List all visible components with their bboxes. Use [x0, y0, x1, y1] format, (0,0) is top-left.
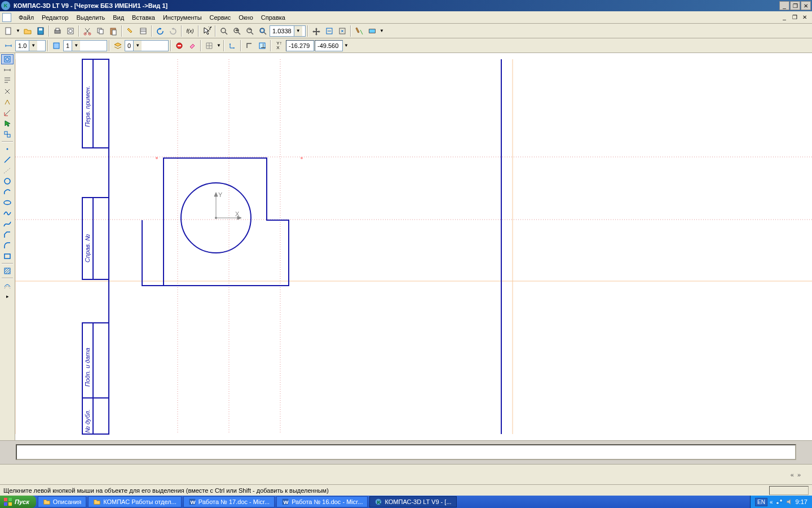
menu-help[interactable]: Справка [257, 13, 289, 22]
ortho-button[interactable] [243, 40, 255, 52]
redo-button[interactable] [167, 25, 179, 37]
refresh-button[interactable] [353, 25, 365, 37]
taskbar-item-4[interactable]: K КОМПАС-3D LT V9 - [... [369, 496, 456, 507]
layer-combo[interactable]: 0 ▼ [125, 40, 169, 51]
small-dropdown[interactable]: ▼ [379, 25, 385, 37]
local-cs-button[interactable] [226, 40, 239, 52]
spline-tool[interactable] [1, 208, 14, 218]
rect-tool[interactable] [1, 251, 14, 261]
drawing-canvas[interactable]: Y X Перв. примен. Справ. № Подп. и дата … [15, 53, 812, 440]
chamfer-tool[interactable] [1, 230, 14, 240]
hatch-tool[interactable] [1, 266, 14, 276]
document-icon[interactable] [2, 13, 11, 22]
equidistant-tool[interactable] [1, 281, 14, 291]
menu-view[interactable]: Вид [109, 13, 128, 22]
format-brush-button[interactable] [124, 25, 136, 37]
scroll-left-icon[interactable]: « [791, 471, 794, 478]
dimensions-tool[interactable] [1, 65, 14, 75]
layer-icon[interactable] [112, 40, 124, 52]
step-combo[interactable]: 1.0 ▼ [15, 40, 46, 51]
view-state-icon[interactable] [50, 40, 63, 52]
circle-tool[interactable] [1, 176, 14, 186]
small-dropdown-2[interactable]: ▼ [343, 40, 349, 52]
mdi-restore-button[interactable]: ❐ [790, 14, 799, 21]
zoom-prev-button[interactable] [323, 25, 336, 37]
measure-tool[interactable] [1, 108, 14, 118]
arc-tool[interactable] [1, 187, 14, 197]
close-button[interactable]: ✕ [801, 1, 811, 10]
zoom-out-button[interactable]: − [244, 25, 256, 37]
taskbar-item-2[interactable]: W Работа № 17.doc - Micr... [183, 496, 275, 507]
chevron-down-icon[interactable]: ▼ [29, 41, 37, 51]
fillet-tool[interactable] [1, 240, 14, 251]
open-button[interactable] [21, 25, 34, 37]
print-button[interactable] [51, 25, 64, 37]
properties-button[interactable] [137, 25, 149, 37]
taskbar-item-3[interactable]: W Работа № 16.doc - Micr... [276, 496, 368, 507]
grid-button[interactable] [203, 40, 215, 52]
zoom-level-combo[interactable]: 1.0338 ▼ [270, 25, 306, 37]
language-indicator[interactable]: EN [755, 498, 767, 506]
point-tool[interactable] [1, 144, 14, 154]
menu-tools[interactable]: Инструменты [159, 13, 206, 22]
paste-button[interactable] [107, 25, 120, 37]
preview-button[interactable] [64, 25, 77, 37]
coord-x-field[interactable]: -16.279 [286, 40, 314, 51]
menu-window[interactable]: Окно [235, 13, 257, 22]
bezier-tool[interactable] [1, 219, 14, 229]
new-dropdown[interactable]: ▼ [15, 25, 21, 37]
parametrize-tool[interactable] [1, 97, 14, 107]
tray-volume-icon[interactable] [785, 498, 793, 506]
scroll-right-icon[interactable]: » [797, 471, 801, 478]
grid-dropdown[interactable]: ▼ [216, 40, 222, 52]
cut-button[interactable] [81, 25, 94, 37]
edit-tool[interactable] [1, 86, 14, 97]
tray-network-icon[interactable] [775, 498, 783, 506]
menu-insert[interactable]: Вставка [128, 13, 159, 22]
start-button[interactable]: Пуск [0, 496, 36, 508]
stop-button[interactable] [173, 40, 186, 52]
geometry-tool[interactable] [1, 54, 14, 64]
new-button[interactable] [2, 25, 15, 37]
zoom-in-button[interactable]: + [231, 25, 243, 37]
assoc-views-tool[interactable] [1, 129, 14, 139]
select-tool[interactable] [1, 119, 14, 129]
taskbar-item-1[interactable]: КОМПАС Работы отдел... [88, 496, 182, 507]
eraser-button[interactable] [186, 40, 198, 52]
y-axis-label: Y [218, 191, 223, 198]
chevron-down-icon[interactable]: ▼ [294, 26, 302, 36]
chevron-down-icon[interactable]: ▼ [133, 41, 142, 51]
coord-y-field[interactable]: -49.560 [315, 40, 343, 51]
panel-expand[interactable]: ▸ [1, 291, 14, 301]
redraw-button[interactable] [336, 25, 348, 37]
menu-select[interactable]: Выделить [72, 13, 109, 22]
minimize-button[interactable]: _ [779, 1, 789, 10]
clock[interactable]: 9:17 [796, 498, 807, 505]
menu-service[interactable]: Сервис [206, 13, 235, 22]
menu-edit[interactable]: Редактор [38, 13, 72, 22]
snap-round-button[interactable]: ⊥ [256, 40, 268, 52]
taskbar-item-0[interactable]: Описания [38, 496, 86, 507]
save-button[interactable] [34, 25, 47, 37]
mdi-minimize-button[interactable]: _ [780, 14, 789, 21]
copy-button[interactable] [94, 25, 107, 37]
display-button[interactable] [366, 25, 378, 37]
zoom-fit-button[interactable] [257, 25, 269, 37]
pan-button[interactable] [310, 25, 323, 37]
tray-expand-icon[interactable]: « [770, 499, 773, 505]
menu-file[interactable]: Файл [15, 13, 38, 22]
notation-tool[interactable] [1, 76, 14, 86]
line-tool[interactable] [1, 155, 14, 165]
zoom-window-button[interactable] [218, 25, 230, 37]
chevron-down-icon[interactable]: ▼ [72, 41, 80, 51]
step-icon[interactable] [2, 40, 15, 52]
aux-line-tool[interactable] [1, 165, 14, 176]
maximize-button[interactable]: ❐ [790, 1, 800, 10]
view-combo[interactable]: 1 ▼ [63, 40, 107, 51]
whatsthis-button[interactable]: ? [201, 25, 213, 37]
mdi-close-button[interactable]: ✕ [800, 14, 809, 21]
ellipse-tool[interactable] [1, 198, 14, 208]
undo-button[interactable] [154, 25, 166, 37]
variables-button[interactable]: f(x) [184, 25, 196, 37]
command-input[interactable] [16, 444, 796, 460]
